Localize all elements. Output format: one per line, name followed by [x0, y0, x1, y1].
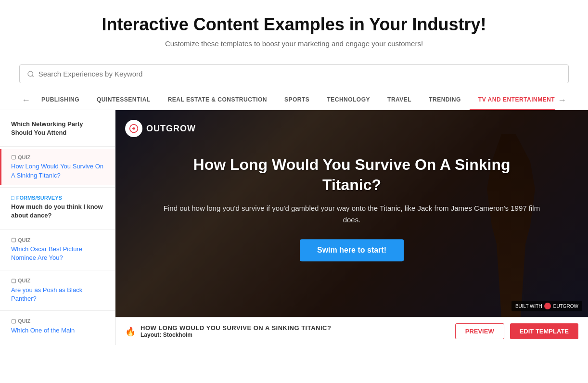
nav-right-arrow[interactable]: →	[555, 93, 569, 108]
sidebar-item-2[interactable]: ▢ QUIZ How Long Would You Survive On A S…	[0, 149, 115, 184]
preview-subtitle: Find out how long you'd survive if you'd…	[163, 203, 541, 226]
sidebar-item-2-type: ▢ QUIZ	[11, 154, 105, 160]
sidebar-item-1[interactable]: Which Networking Party Should You Attend	[0, 115, 115, 144]
sidebar-divider-2	[0, 187, 115, 188]
tab-sports[interactable]: SPORTS	[276, 90, 318, 110]
quiz-icon-2: ▢	[11, 154, 16, 160]
preview-title: How Long Would You Survive On A Sinking …	[163, 155, 541, 195]
sidebar-divider-1	[0, 146, 115, 147]
tab-quintessential[interactable]: QUINTESSENTIAL	[88, 90, 159, 110]
nav-tabs: PUBLISHING QUINTESSENTIAL REAL ESTATE & …	[33, 90, 555, 110]
tab-publishing[interactable]: PUBLISHING	[33, 90, 88, 110]
page-subtitle: Customize these templates to boost your …	[10, 39, 578, 48]
outgrow-logo: OUTGROW	[125, 120, 196, 137]
bottom-bar-info: HOW LONG WOULD YOU SURVIVE ON A SINKING …	[141, 324, 331, 338]
sidebar-item-3-title: How much do you think I know about dance…	[11, 203, 105, 220]
outgrow-logo-icon	[125, 120, 142, 137]
outgrow-badge-icon	[544, 303, 551, 309]
preview-cta-button[interactable]: Swim here to start!	[300, 240, 404, 262]
svg-point-0	[28, 71, 33, 76]
sidebar-item-3[interactable]: □ FORMS/SURVEYS How much do you think I …	[0, 190, 115, 227]
preview-content: How Long Would You Survive On A Sinking …	[163, 155, 541, 261]
sidebar-item-6-type: ▢ QUIZ	[11, 318, 105, 324]
main-content: Which Networking Party Should You Attend…	[0, 110, 588, 345]
sidebar: Which Networking Party Should You Attend…	[0, 110, 115, 345]
svg-line-1	[32, 76, 34, 77]
sidebar-item-5[interactable]: ▢ QUIZ Are you as Posh as Black Panther?	[0, 273, 115, 308]
quiz-icon-4: ▢	[11, 237, 16, 243]
fire-icon: 🔥	[125, 326, 136, 337]
edit-template-button[interactable]: EDIT TEMPLATE	[510, 323, 578, 339]
tab-trending[interactable]: TRENDING	[420, 90, 470, 110]
outgrow-logo-text: OUTGROW	[146, 124, 196, 134]
sidebar-item-4[interactable]: ▢ QUIZ Which Oscar Best Picture Nominee …	[0, 232, 115, 267]
form-icon-3: □	[11, 195, 14, 201]
tab-real-estate[interactable]: REAL ESTATE & CONSTRUCTION	[159, 90, 276, 110]
preview-image-container: OUTGROW How Long Would You Survive On A …	[115, 110, 588, 317]
sidebar-item-5-type: ▢ QUIZ	[11, 278, 105, 284]
page-header: Interactive Content Examples in Your Ind…	[0, 0, 588, 57]
layout-label: Layout:	[141, 332, 161, 338]
sidebar-item-3-type: □ FORMS/SURVEYS	[11, 195, 105, 201]
tab-tv-entertainment[interactable]: TV AND ENTERTAINMENT	[470, 90, 555, 110]
built-with-text: BUILT WITH	[515, 304, 542, 309]
tab-travel[interactable]: TRAVEL	[379, 90, 420, 110]
search-icon	[27, 70, 35, 78]
sidebar-divider-3	[0, 229, 115, 230]
built-with-badge: BUILT WITH OUTGROW	[511, 301, 582, 311]
page-title: Interactive Content Examples in Your Ind…	[10, 14, 578, 35]
sidebar-item-4-type: ▢ QUIZ	[11, 237, 105, 243]
sidebar-item-6-link[interactable]: Which One of the Main	[11, 326, 105, 335]
bottom-layout: Layout: Stockholm	[141, 332, 331, 338]
sidebar-item-4-link[interactable]: Which Oscar Best Picture Nominee Are You…	[11, 245, 105, 262]
sidebar-divider-4	[0, 270, 115, 270]
quiz-icon-5: ▢	[11, 278, 16, 284]
layout-value: Stockholm	[163, 332, 192, 338]
sidebar-item-2-link[interactable]: How Long Would You Survive On A Sinking …	[11, 162, 105, 179]
bottom-bar: 🔥 HOW LONG WOULD YOU SURVIVE ON A SINKIN…	[115, 317, 588, 345]
quiz-icon-6: ▢	[11, 318, 16, 324]
sidebar-item-6[interactable]: ▢ QUIZ Which One of the Main	[0, 313, 115, 340]
nav-left-arrow[interactable]: ←	[19, 93, 33, 108]
search-container	[0, 57, 588, 90]
preview-area: OUTGROW How Long Would You Survive On A …	[115, 110, 588, 345]
sidebar-item-5-link[interactable]: Are you as Posh as Black Panther?	[11, 286, 105, 303]
nav-tabs-wrapper: ← PUBLISHING QUINTESSENTIAL REAL ESTATE …	[0, 90, 588, 110]
search-input[interactable]	[38, 70, 561, 78]
sidebar-item-1-title: Which Networking Party Should You Attend	[11, 120, 105, 137]
bottom-experience-title: HOW LONG WOULD YOU SURVIVE ON A SINKING …	[141, 324, 331, 332]
search-bar[interactable]	[19, 64, 569, 83]
preview-button[interactable]: PREVIEW	[455, 323, 504, 339]
built-brand-text: OUTGROW	[553, 304, 578, 309]
bottom-bar-left: 🔥 HOW LONG WOULD YOU SURVIVE ON A SINKIN…	[125, 324, 331, 338]
tab-technology[interactable]: TECHNOLOGY	[318, 90, 379, 110]
bottom-actions: PREVIEW EDIT TEMPLATE	[455, 323, 578, 339]
sidebar-divider-5	[0, 310, 115, 311]
